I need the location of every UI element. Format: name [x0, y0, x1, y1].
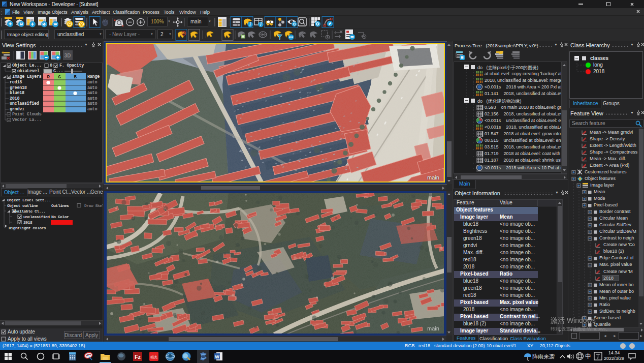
svg-text:G: G [58, 75, 60, 80]
svg-text:Fz: Fz [135, 354, 141, 360]
svg-text:+: + [2, 50, 4, 55]
svg-text:R: R [47, 75, 50, 80]
svg-text:3D: 3D [65, 53, 71, 58]
svg-text:W: W [215, 354, 219, 359]
svg-text:B: B [74, 75, 77, 80]
svg-text:稻壳: 稻壳 [150, 355, 157, 359]
